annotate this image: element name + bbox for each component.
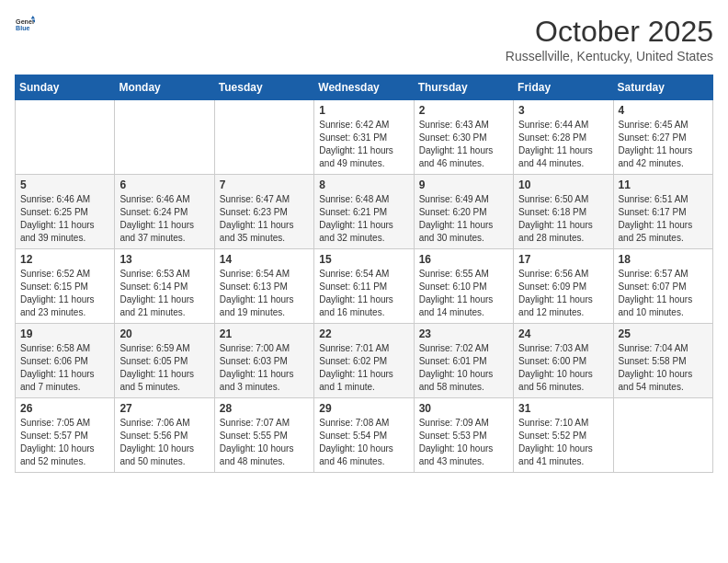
day-number: 11 — [619, 178, 708, 191]
calendar-week-row: 26Sunrise: 7:05 AM Sunset: 5:57 PM Dayli… — [16, 398, 713, 473]
day-content: Sunrise: 6:58 AM Sunset: 6:06 PM Dayligh… — [20, 342, 109, 394]
calendar-cell: 13Sunrise: 6:53 AM Sunset: 6:14 PM Dayli… — [115, 249, 214, 324]
calendar-cell: 3Sunrise: 6:44 AM Sunset: 6:28 PM Daylig… — [514, 100, 613, 175]
day-content: Sunrise: 7:06 AM Sunset: 5:56 PM Dayligh… — [119, 417, 209, 468]
day-content: Sunrise: 6:59 AM Sunset: 6:05 PM Dayligh… — [119, 342, 209, 394]
location: Russellville, Kentucky, United States — [506, 49, 713, 63]
day-content: Sunrise: 7:10 AM Sunset: 5:52 PM Dayligh… — [518, 417, 608, 468]
header-row: SundayMondayTuesdayWednesdayThursdayFrid… — [16, 75, 713, 100]
weekday-header: Tuesday — [214, 75, 313, 100]
calendar-cell: 20Sunrise: 6:59 AM Sunset: 6:05 PM Dayli… — [115, 324, 214, 398]
weekday-header: Thursday — [414, 75, 513, 100]
day-number: 4 — [619, 104, 708, 117]
calendar-cell: 1Sunrise: 6:42 AM Sunset: 6:31 PM Daylig… — [314, 100, 414, 175]
calendar-cell: 23Sunrise: 7:02 AM Sunset: 6:01 PM Dayli… — [414, 324, 513, 398]
svg-marker-2 — [31, 16, 35, 18]
calendar-cell: 19Sunrise: 6:58 AM Sunset: 6:06 PM Dayli… — [16, 324, 115, 398]
calendar-cell: 30Sunrise: 7:09 AM Sunset: 5:53 PM Dayli… — [414, 398, 513, 473]
calendar-cell: 4Sunrise: 6:45 AM Sunset: 6:27 PM Daylig… — [613, 100, 712, 175]
calendar-cell: 8Sunrise: 6:48 AM Sunset: 6:21 PM Daylig… — [314, 175, 414, 249]
title-block: October 2025 Russellville, Kentucky, Uni… — [506, 15, 713, 63]
day-number: 25 — [619, 327, 708, 340]
day-content: Sunrise: 6:45 AM Sunset: 6:27 PM Dayligh… — [619, 119, 708, 170]
logo-icon: General Blue — [15, 15, 35, 35]
day-number: 8 — [319, 178, 408, 191]
day-content: Sunrise: 7:03 AM Sunset: 6:00 PM Dayligh… — [518, 342, 608, 394]
day-number: 18 — [619, 253, 708, 266]
day-content: Sunrise: 7:08 AM Sunset: 5:54 PM Dayligh… — [319, 417, 408, 468]
calendar-cell: 14Sunrise: 6:54 AM Sunset: 6:13 PM Dayli… — [214, 249, 313, 324]
calendar-cell: 7Sunrise: 6:47 AM Sunset: 6:23 PM Daylig… — [214, 175, 313, 249]
day-content: Sunrise: 6:52 AM Sunset: 6:15 PM Dayligh… — [20, 268, 109, 319]
calendar-cell: 9Sunrise: 6:49 AM Sunset: 6:20 PM Daylig… — [414, 175, 513, 249]
calendar-cell: 10Sunrise: 6:50 AM Sunset: 6:18 PM Dayli… — [514, 175, 613, 249]
day-number: 16 — [419, 253, 508, 266]
day-number: 29 — [319, 402, 408, 415]
day-number: 1 — [319, 104, 408, 117]
day-content: Sunrise: 6:54 AM Sunset: 6:11 PM Dayligh… — [319, 268, 408, 319]
calendar-cell: 16Sunrise: 6:55 AM Sunset: 6:10 PM Dayli… — [414, 249, 513, 324]
day-number: 27 — [119, 402, 209, 415]
calendar-cell — [115, 100, 214, 175]
day-number: 20 — [119, 327, 209, 340]
weekday-header: Sunday — [16, 75, 115, 100]
day-content: Sunrise: 7:01 AM Sunset: 6:02 PM Dayligh… — [319, 342, 408, 394]
day-content: Sunrise: 7:04 AM Sunset: 5:58 PM Dayligh… — [619, 342, 708, 394]
calendar-cell: 11Sunrise: 6:51 AM Sunset: 6:17 PM Dayli… — [613, 175, 712, 249]
day-content: Sunrise: 6:56 AM Sunset: 6:09 PM Dayligh… — [518, 268, 608, 319]
day-number: 30 — [419, 402, 508, 415]
day-content: Sunrise: 6:48 AM Sunset: 6:21 PM Dayligh… — [319, 193, 408, 245]
day-content: Sunrise: 7:05 AM Sunset: 5:57 PM Dayligh… — [20, 417, 109, 468]
weekday-header: Wednesday — [314, 75, 414, 100]
day-number: 23 — [419, 327, 508, 340]
day-number: 5 — [20, 178, 109, 191]
weekday-header: Monday — [115, 75, 214, 100]
calendar-cell: 22Sunrise: 7:01 AM Sunset: 6:02 PM Dayli… — [314, 324, 414, 398]
calendar-week-row: 12Sunrise: 6:52 AM Sunset: 6:15 PM Dayli… — [16, 249, 713, 324]
calendar-cell: 15Sunrise: 6:54 AM Sunset: 6:11 PM Dayli… — [314, 249, 414, 324]
day-number: 31 — [518, 402, 608, 415]
calendar-cell: 29Sunrise: 7:08 AM Sunset: 5:54 PM Dayli… — [314, 398, 414, 473]
day-content: Sunrise: 6:43 AM Sunset: 6:30 PM Dayligh… — [419, 119, 508, 170]
day-content: Sunrise: 7:09 AM Sunset: 5:53 PM Dayligh… — [419, 417, 508, 468]
day-number: 24 — [518, 327, 608, 340]
day-content: Sunrise: 6:49 AM Sunset: 6:20 PM Dayligh… — [419, 193, 508, 245]
calendar-cell: 12Sunrise: 6:52 AM Sunset: 6:15 PM Dayli… — [16, 249, 115, 324]
day-content: Sunrise: 6:55 AM Sunset: 6:10 PM Dayligh… — [419, 268, 508, 319]
calendar-cell: 5Sunrise: 6:46 AM Sunset: 6:25 PM Daylig… — [16, 175, 115, 249]
day-content: Sunrise: 6:47 AM Sunset: 6:23 PM Dayligh… — [220, 193, 309, 245]
day-content: Sunrise: 6:46 AM Sunset: 6:25 PM Dayligh… — [20, 193, 109, 245]
svg-text:Blue: Blue — [16, 25, 30, 32]
calendar-cell: 25Sunrise: 7:04 AM Sunset: 5:58 PM Dayli… — [613, 324, 712, 398]
calendar-cell: 2Sunrise: 6:43 AM Sunset: 6:30 PM Daylig… — [414, 100, 513, 175]
day-content: Sunrise: 7:02 AM Sunset: 6:01 PM Dayligh… — [419, 342, 508, 394]
day-number: 19 — [20, 327, 109, 340]
day-content: Sunrise: 7:07 AM Sunset: 5:55 PM Dayligh… — [220, 417, 309, 468]
day-number: 9 — [419, 178, 508, 191]
day-number: 6 — [119, 178, 209, 191]
day-content: Sunrise: 6:51 AM Sunset: 6:17 PM Dayligh… — [619, 193, 708, 245]
day-number: 22 — [319, 327, 408, 340]
calendar-cell: 18Sunrise: 6:57 AM Sunset: 6:07 PM Dayli… — [613, 249, 712, 324]
logo: General Blue — [15, 15, 35, 35]
calendar-cell: 27Sunrise: 7:06 AM Sunset: 5:56 PM Dayli… — [115, 398, 214, 473]
day-number: 14 — [220, 253, 309, 266]
calendar-cell: 6Sunrise: 6:46 AM Sunset: 6:24 PM Daylig… — [115, 175, 214, 249]
calendar-cell: 24Sunrise: 7:03 AM Sunset: 6:00 PM Dayli… — [514, 324, 613, 398]
calendar-week-row: 5Sunrise: 6:46 AM Sunset: 6:25 PM Daylig… — [16, 175, 713, 249]
day-number: 3 — [518, 104, 608, 117]
day-number: 26 — [20, 402, 109, 415]
calendar-cell: 21Sunrise: 7:00 AM Sunset: 6:03 PM Dayli… — [214, 324, 313, 398]
weekday-header: Saturday — [613, 75, 712, 100]
month-title: October 2025 — [506, 15, 713, 49]
calendar-week-row: 1Sunrise: 6:42 AM Sunset: 6:31 PM Daylig… — [16, 100, 713, 175]
weekday-header: Friday — [514, 75, 613, 100]
day-number: 13 — [119, 253, 209, 266]
calendar-cell: 31Sunrise: 7:10 AM Sunset: 5:52 PM Dayli… — [514, 398, 613, 473]
page-header: General Blue October 2025 Russellville, … — [15, 15, 713, 63]
day-content: Sunrise: 6:42 AM Sunset: 6:31 PM Dayligh… — [319, 119, 408, 170]
day-number: 7 — [220, 178, 309, 191]
day-number: 15 — [319, 253, 408, 266]
day-number: 28 — [220, 402, 309, 415]
day-content: Sunrise: 6:54 AM Sunset: 6:13 PM Dayligh… — [220, 268, 309, 319]
